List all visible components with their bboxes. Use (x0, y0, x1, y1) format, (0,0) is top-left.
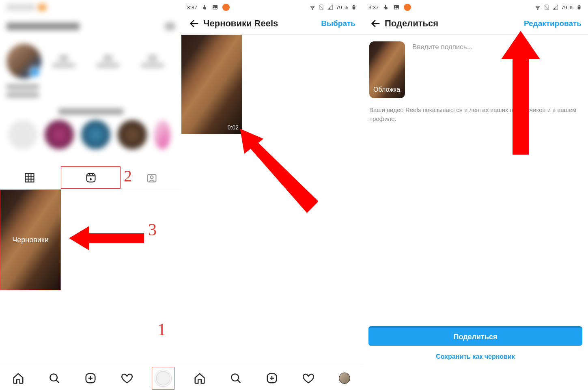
video-duration: 0:02 (228, 124, 239, 131)
nav-search[interactable] (224, 367, 247, 390)
cover-thumbnail[interactable]: Обложка (369, 41, 405, 98)
svg-point-7 (151, 176, 153, 179)
home-icon (12, 372, 24, 384)
annotation-number-3: 3 (148, 220, 157, 239)
cover-label: Обложка (373, 86, 400, 93)
nav-add[interactable] (79, 367, 102, 390)
svg-line-10 (56, 380, 59, 383)
page-title: Черновики Reels (203, 18, 278, 29)
phone-share: 3:37 79 % Поделиться Редактировать О (363, 0, 588, 392)
grid-icon (24, 172, 35, 183)
wifi-icon (534, 4, 541, 11)
svg-point-22 (231, 374, 239, 381)
tab-grid[interactable] (0, 166, 59, 189)
share-note: Ваши видео Reels показываются в лентах в… (369, 106, 582, 123)
svg-rect-20 (353, 5, 355, 6)
page-title: Поделиться (385, 18, 438, 29)
nav-activity[interactable] (297, 367, 320, 390)
phone-profile: 2 Черновики 3 1 (0, 0, 181, 392)
share-button[interactable]: Поделиться (368, 326, 582, 346)
signal-icon (327, 4, 334, 11)
heart-icon (302, 372, 314, 384)
reels-icon (85, 172, 97, 183)
back-button[interactable] (367, 15, 385, 32)
drafts-header: Черновики Reels Выбрать (181, 12, 363, 35)
add-icon (84, 372, 97, 384)
svg-point-15 (214, 6, 215, 7)
draft-label: Черновики (0, 236, 60, 244)
status-time: 3:37 (187, 4, 197, 11)
touch-icon (383, 4, 389, 11)
arrow-left-icon (370, 18, 381, 29)
svg-rect-33 (578, 6, 580, 9)
status-battery: 79 % (561, 4, 573, 11)
app-badge-icon (222, 4, 230, 11)
svg-rect-5 (86, 173, 95, 182)
caption-input[interactable]: Введите подпись... (412, 41, 582, 98)
nav-home[interactable] (7, 367, 30, 390)
picture-icon (212, 4, 218, 11)
nav-home[interactable] (188, 367, 211, 390)
svg-rect-19 (353, 6, 355, 9)
avatar[interactable] (6, 44, 41, 79)
battery-icon (576, 4, 582, 11)
search-icon (48, 372, 60, 384)
heart-icon (121, 372, 133, 384)
edit-button[interactable]: Редактировать (524, 19, 584, 28)
svg-point-9 (50, 374, 57, 381)
nav-profile[interactable] (152, 367, 174, 390)
bottom-nav (0, 364, 181, 392)
annotation-number-2: 2 (124, 166, 132, 185)
no-sim-icon (318, 4, 325, 11)
tagged-icon (146, 172, 157, 183)
svg-rect-34 (579, 5, 580, 6)
profile-blurred-area (0, 0, 181, 170)
status-bar: 3:37 79 % (181, 0, 363, 12)
draft-thumbnail[interactable]: Черновики (0, 190, 61, 290)
back-button[interactable] (185, 15, 203, 32)
nav-profile[interactable] (333, 367, 356, 390)
save-draft-button[interactable]: Сохранить как черновик (368, 353, 582, 360)
status-bar: 3:37 79 % (363, 0, 588, 12)
arrow-left-icon (189, 18, 200, 29)
signal-icon (552, 4, 559, 11)
svg-line-23 (237, 380, 240, 383)
home-icon (194, 372, 206, 384)
svg-rect-0 (25, 173, 34, 182)
no-sim-icon (543, 4, 550, 11)
wifi-icon (309, 4, 316, 11)
picture-icon (393, 4, 400, 11)
status-time: 3:37 (368, 4, 379, 11)
battery-icon (351, 4, 357, 11)
draft-item[interactable]: 0:02 (181, 35, 242, 134)
status-battery: 79 % (336, 4, 348, 11)
profile-avatar-icon (339, 373, 350, 384)
tab-reels[interactable] (61, 166, 121, 189)
bottom-nav (181, 364, 363, 392)
select-button[interactable]: Выбрать (321, 19, 359, 28)
app-badge-icon (404, 4, 411, 11)
profile-avatar-icon (155, 370, 171, 386)
annotation-number-1: 1 (157, 320, 166, 339)
profile-tabs (0, 166, 181, 189)
share-header: Поделиться Редактировать (363, 12, 588, 35)
svg-point-29 (395, 6, 396, 7)
add-icon (266, 372, 278, 384)
search-icon (230, 372, 242, 384)
touch-icon (201, 4, 208, 11)
nav-add[interactable] (261, 367, 283, 390)
nav-search[interactable] (43, 367, 66, 390)
svg-marker-8 (69, 226, 144, 250)
annotation-arrow-3 (69, 222, 146, 254)
nav-activity[interactable] (116, 367, 138, 390)
phone-drafts: 3:37 79 % Черновики Reels Выбрать 0:02 (181, 0, 363, 392)
